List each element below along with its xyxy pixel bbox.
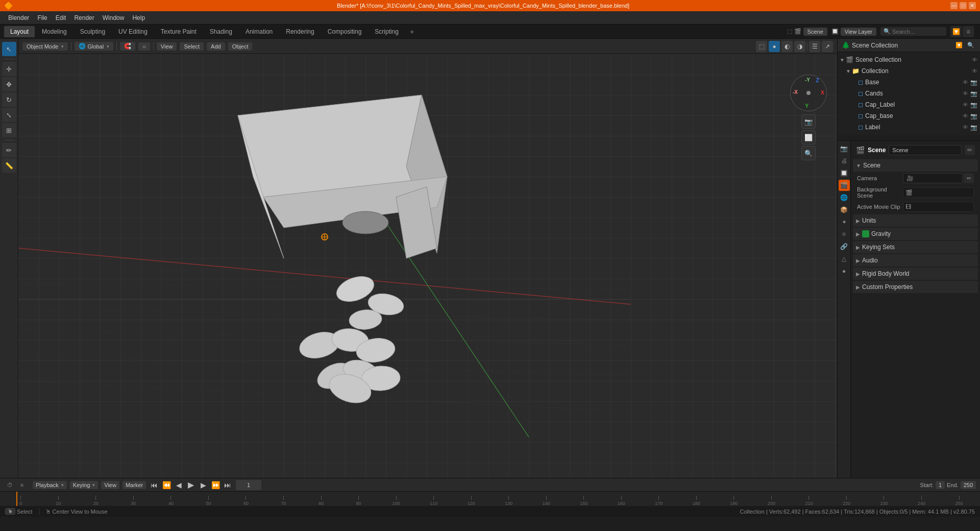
viewport-gizmo-toggle[interactable]: ↗ <box>822 41 833 52</box>
prop-tab-output[interactable]: 🖨 <box>839 155 850 166</box>
cap-label-render[interactable]: 📷 <box>970 102 978 108</box>
gizmo-neg-y-axis[interactable]: -Y <box>805 77 810 83</box>
annotate-tool[interactable]: ✏ <box>2 143 16 157</box>
outliner-row-cands[interactable]: ◻ Cands 👁 📷 <box>838 88 980 99</box>
outliner-row-cap-label[interactable]: ◻ Cap_Label 👁 📷 <box>838 99 980 110</box>
scene-name-input[interactable]: Scene <box>889 145 962 155</box>
prop-tab-data[interactable]: △ <box>839 253 850 264</box>
gizmo-y-axis[interactable]: Y <box>805 103 808 109</box>
cursor-tool[interactable]: ✛ <box>2 62 16 76</box>
bg-scene-value[interactable]: 🎬 <box>903 187 974 198</box>
prop-tab-physics[interactable]: ⚛ <box>839 229 850 240</box>
menu-blender[interactable]: Blender <box>4 13 33 23</box>
outliner-row-collection[interactable]: ▼ 📁 Collection 👁 <box>838 65 980 77</box>
outliner-row-scene-collection[interactable]: ▼ 🎬 Scene Collection 👁 <box>838 54 980 65</box>
select-tool[interactable]: ↖ <box>2 42 16 56</box>
gizmo-neg-x-axis[interactable]: -X <box>793 89 798 95</box>
prop-tab-constraints[interactable]: 🔗 <box>839 241 850 252</box>
end-frame-input[interactable]: 250 <box>961 481 976 489</box>
play-btn[interactable]: ▶ <box>186 480 196 490</box>
timeline-ruler[interactable]: 0102030405060708090100110120130140150160… <box>0 492 980 506</box>
object-menu[interactable]: Object <box>228 42 253 51</box>
maximize-button[interactable]: □ <box>960 2 967 9</box>
cap-base-vis[interactable]: 👁 <box>962 113 969 119</box>
camera-value[interactable]: 🎥 <box>903 173 963 183</box>
viewport-shade-rendered[interactable]: ◑ <box>794 41 805 52</box>
start-frame-input[interactable]: 1 <box>936 481 945 489</box>
tab-animation[interactable]: Animation <box>239 26 279 37</box>
label-render[interactable]: 📷 <box>970 124 978 131</box>
prop-section-keying-header[interactable]: ▶ Keying Sets <box>853 241 978 253</box>
outliner-filter-button[interactable]: 🔽 <box>954 40 964 51</box>
gizmo-x-axis[interactable]: X <box>821 89 824 95</box>
tab-uv-editing[interactable]: UV Editing <box>112 26 154 37</box>
base-vis[interactable]: 👁 <box>962 79 969 86</box>
scene-collection-vis[interactable]: 👁 <box>971 57 978 63</box>
tab-sculpting[interactable]: Sculpting <box>74 26 111 37</box>
transform-tool[interactable]: ⊞ <box>2 123 16 137</box>
prop-section-custom-props-header[interactable]: ▶ Custom Properties <box>853 281 978 293</box>
prop-tab-scene[interactable]: 🎬 <box>839 180 850 191</box>
scene-dropdown[interactable]: Scene <box>803 28 827 36</box>
select-menu[interactable]: Select <box>180 42 204 51</box>
label-vis[interactable]: 👁 <box>962 124 969 131</box>
outliner-row-cap-base[interactable]: ◻ Cap_base 👁 📷 <box>838 110 980 122</box>
prop-tab-world[interactable]: 🌐 <box>839 192 850 203</box>
movie-clip-value[interactable]: 🎞 <box>903 202 974 212</box>
measure-tool[interactable]: 📏 <box>2 158 16 173</box>
add-workspace-button[interactable]: + <box>406 26 418 38</box>
timeline-settings[interactable]: ≡ <box>16 479 28 491</box>
prop-tab-render[interactable]: 📷 <box>839 143 850 154</box>
outliner-search-button[interactable]: 🔍 <box>966 40 976 51</box>
viewport-overlay-toggle[interactable]: ☰ <box>809 41 820 52</box>
prop-tab-particles[interactable]: ✦ <box>839 216 850 228</box>
tab-texture-paint[interactable]: Texture Paint <box>155 26 203 37</box>
jump-to-end-btn[interactable]: ⏭ <box>223 480 233 490</box>
prop-section-audio-header[interactable]: ▶ Audio <box>853 254 978 267</box>
cands-vis[interactable]: 👁 <box>962 90 969 97</box>
ortho-toggle[interactable]: ⬜ <box>801 130 816 144</box>
timeline-view-selector[interactable]: ⏱ <box>4 479 15 491</box>
viewport-shade-material[interactable]: ◐ <box>781 41 793 52</box>
tab-rendering[interactable]: Rendering <box>280 26 320 37</box>
cands-render[interactable]: 📷 <box>970 90 978 97</box>
prop-section-units-header[interactable]: ▶ Units <box>853 214 978 227</box>
menu-file[interactable]: File <box>33 13 51 23</box>
keying-btn[interactable]: Keying ▾ <box>70 481 99 489</box>
gizmo-z-axis[interactable]: Z <box>816 77 819 83</box>
timeline-view-btn[interactable]: View <box>101 481 119 489</box>
close-button[interactable]: ✕ <box>969 2 976 9</box>
tab-shading[interactable]: Shading <box>204 26 238 37</box>
global-dropdown[interactable]: 🌐 Global ▾ <box>75 42 113 51</box>
snap-btn[interactable]: 🧲 <box>120 42 135 51</box>
viewport-shade-solid[interactable]: ● <box>769 41 780 52</box>
cap-label-vis[interactable]: 👁 <box>962 102 969 108</box>
prev-keyframe-btn[interactable]: ⏪ <box>161 480 172 490</box>
marker-btn[interactable]: Marker <box>122 481 146 489</box>
gravity-checkbox[interactable] <box>862 230 869 237</box>
menu-window[interactable]: Window <box>99 13 129 23</box>
viewport-3d[interactable]: Object Mode ▾ 🌐 Global ▾ 🧲 ○ View Select… <box>18 39 837 478</box>
step-fwd-btn[interactable]: ▶ <box>198 480 208 490</box>
viewport-shade-wireframe[interactable]: ⬚ <box>756 41 767 52</box>
step-back-btn[interactable]: ◀ <box>174 480 184 490</box>
tab-layout[interactable]: Layout <box>4 26 35 37</box>
search-input[interactable] <box>892 29 943 35</box>
outliner-filter-btn[interactable]: 🔽 <box>950 26 962 37</box>
rotate-tool[interactable]: ↻ <box>2 92 16 107</box>
cap-base-render[interactable]: 📷 <box>970 113 978 119</box>
view-menu[interactable]: View <box>157 42 177 51</box>
prop-section-scene-header[interactable]: ▼ Scene <box>853 159 978 172</box>
prop-tab-view-layer[interactable]: 🔲 <box>839 167 850 179</box>
minimize-button[interactable]: — <box>950 2 958 9</box>
move-tool[interactable]: ✥ <box>2 77 16 91</box>
menu-render[interactable]: Render <box>70 13 98 23</box>
camera-edit-btn[interactable]: ✏ <box>964 173 974 183</box>
local-view-toggle[interactable]: 🔍 <box>801 146 816 160</box>
tab-scripting[interactable]: Scripting <box>369 26 405 37</box>
menu-edit[interactable]: Edit <box>52 13 70 23</box>
prop-section-rigid-body-header[interactable]: ▶ Rigid Body World <box>853 268 978 280</box>
perspective-toggle[interactable]: 📷 <box>801 114 816 129</box>
scale-tool[interactable]: ⤡ <box>2 108 16 122</box>
object-mode-dropdown[interactable]: Object Mode ▾ <box>22 42 68 51</box>
